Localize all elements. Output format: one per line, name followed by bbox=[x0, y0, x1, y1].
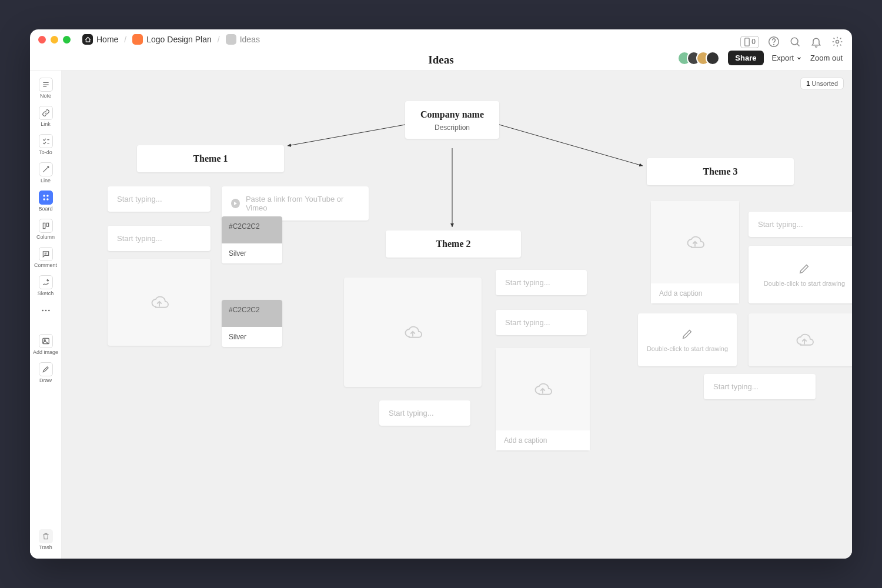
mobile-sync-button[interactable]: 0 bbox=[740, 36, 759, 48]
breadcrumb-current[interactable]: Ideas bbox=[226, 34, 260, 45]
export-label: Export bbox=[772, 54, 794, 62]
comment-icon bbox=[39, 247, 53, 261]
color-hex: #C2C2C2 bbox=[222, 300, 282, 327]
avatar bbox=[706, 51, 720, 65]
svg-point-13 bbox=[48, 310, 50, 312]
zoom-out-button[interactable]: Zoom out bbox=[810, 54, 843, 62]
column-icon bbox=[39, 219, 53, 233]
board-icon bbox=[39, 191, 53, 205]
video-placeholder: Paste a link from YouTube or Vimeo bbox=[246, 195, 359, 212]
text-card[interactable]: Start typing... bbox=[749, 212, 852, 237]
text-card[interactable]: Start typing... bbox=[379, 400, 470, 426]
settings-button[interactable] bbox=[831, 35, 844, 48]
svg-point-4 bbox=[836, 41, 839, 44]
line-icon bbox=[39, 162, 53, 176]
color-swatch-card[interactable]: #C2C2C2 Silver bbox=[222, 216, 282, 263]
theme2-node[interactable]: Theme 2 bbox=[386, 230, 521, 258]
pencil-icon bbox=[798, 262, 811, 275]
svg-point-6 bbox=[46, 195, 49, 197]
share-button[interactable]: Share bbox=[728, 51, 763, 65]
chevron-down-icon bbox=[796, 55, 802, 61]
tool-add-image[interactable]: Add image bbox=[33, 332, 59, 358]
notifications-button[interactable] bbox=[810, 35, 823, 48]
text-placeholder: Start typing... bbox=[505, 278, 550, 287]
tool-more[interactable] bbox=[33, 301, 59, 320]
svg-point-3 bbox=[791, 38, 798, 45]
unsorted-count: 1 bbox=[806, 80, 810, 87]
canvas[interactable]: 1Unsorted Company name Description Theme… bbox=[62, 71, 852, 559]
app-window: Home / Logo Design Plan / Ideas 0 bbox=[30, 29, 852, 559]
theme3-node[interactable]: Theme 3 bbox=[647, 158, 794, 185]
top-right-controls: 0 bbox=[740, 35, 844, 48]
breadcrumb-current-label: Ideas bbox=[240, 35, 260, 44]
window-close-button[interactable] bbox=[38, 36, 46, 44]
text-placeholder: Start typing... bbox=[389, 409, 434, 417]
root-title: Company name bbox=[411, 109, 493, 120]
theme1-title: Theme 1 bbox=[145, 153, 276, 164]
tool-board[interactable]: Board bbox=[33, 188, 59, 214]
upload-card[interactable] bbox=[344, 278, 482, 387]
caption-placeholder: Add a caption bbox=[496, 430, 590, 450]
upload-card[interactable] bbox=[108, 259, 211, 346]
text-card[interactable]: Start typing... bbox=[496, 270, 587, 295]
svg-point-7 bbox=[43, 198, 45, 201]
breadcrumb-home[interactable]: Home bbox=[82, 34, 118, 45]
color-name: Silver bbox=[222, 327, 282, 347]
sketch-card[interactable]: Double-click to start drawing bbox=[749, 246, 852, 303]
upload-icon bbox=[684, 233, 706, 251]
tool-column[interactable]: Column bbox=[33, 216, 59, 242]
text-placeholder: Start typing... bbox=[505, 318, 550, 327]
svg-rect-9 bbox=[43, 223, 45, 228]
sketch-card[interactable]: Double-click to start drawing bbox=[638, 313, 737, 366]
breadcrumb-separator: / bbox=[218, 35, 220, 44]
color-swatch-card[interactable]: #C2C2C2 Silver bbox=[222, 300, 282, 347]
upload-card[interactable] bbox=[749, 313, 852, 366]
tool-note[interactable]: Note bbox=[33, 75, 59, 101]
note-icon bbox=[39, 78, 53, 92]
svg-line-16 bbox=[288, 125, 405, 146]
tool-draw[interactable]: Draw bbox=[33, 360, 59, 386]
help-button[interactable] bbox=[767, 35, 780, 48]
tool-line[interactable]: Line bbox=[33, 160, 59, 186]
svg-point-2 bbox=[774, 45, 774, 45]
breadcrumb-project[interactable]: Logo Design Plan bbox=[132, 34, 212, 45]
tool-todo[interactable]: To-do bbox=[33, 132, 59, 158]
theme2-title: Theme 2 bbox=[394, 239, 513, 249]
image-caption-card[interactable]: Add a caption bbox=[651, 201, 739, 303]
sketch-placeholder: Double-click to start drawing bbox=[764, 280, 845, 287]
window-minimize-button[interactable] bbox=[51, 36, 58, 44]
breadcrumb-project-label: Logo Design Plan bbox=[146, 35, 212, 44]
tool-sketch[interactable]: Sketch bbox=[33, 273, 59, 299]
text-card[interactable]: Start typing... bbox=[704, 374, 816, 399]
tool-comment[interactable]: Comment bbox=[33, 245, 59, 270]
root-node[interactable]: Company name Description bbox=[405, 101, 499, 139]
color-name: Silver bbox=[222, 243, 282, 263]
tool-link[interactable]: Link bbox=[33, 103, 59, 129]
window-maximize-button[interactable] bbox=[63, 36, 71, 44]
todo-icon bbox=[39, 134, 53, 148]
mobile-count: 0 bbox=[751, 38, 756, 46]
page-title: Ideas bbox=[428, 54, 453, 66]
more-icon bbox=[39, 303, 53, 318]
search-button[interactable] bbox=[789, 35, 801, 48]
image-icon bbox=[39, 334, 53, 348]
svg-line-18 bbox=[499, 125, 643, 166]
text-placeholder: Start typing... bbox=[758, 220, 803, 229]
sketch-placeholder: Double-click to start drawing bbox=[647, 345, 728, 352]
sketch-icon bbox=[39, 275, 53, 289]
tool-trash[interactable]: Trash bbox=[33, 527, 59, 553]
text-card[interactable]: Start typing... bbox=[496, 310, 587, 335]
collaborator-avatars[interactable] bbox=[682, 51, 720, 65]
svg-point-11 bbox=[42, 310, 44, 312]
theme1-node[interactable]: Theme 1 bbox=[137, 145, 284, 172]
video-link-card[interactable]: Paste a link from YouTube or Vimeo bbox=[222, 186, 369, 220]
unsorted-badge[interactable]: 1Unsorted bbox=[800, 78, 844, 89]
text-card[interactable]: Start typing... bbox=[108, 186, 211, 212]
theme3-title: Theme 3 bbox=[655, 166, 786, 177]
image-caption-card[interactable]: Add a caption bbox=[496, 348, 590, 450]
export-button[interactable]: Export bbox=[772, 54, 803, 62]
breadcrumb: Home / Logo Design Plan / Ideas bbox=[82, 34, 260, 45]
root-description: Description bbox=[411, 123, 493, 132]
text-card[interactable]: Start typing... bbox=[108, 226, 211, 251]
project-icon bbox=[132, 34, 143, 45]
